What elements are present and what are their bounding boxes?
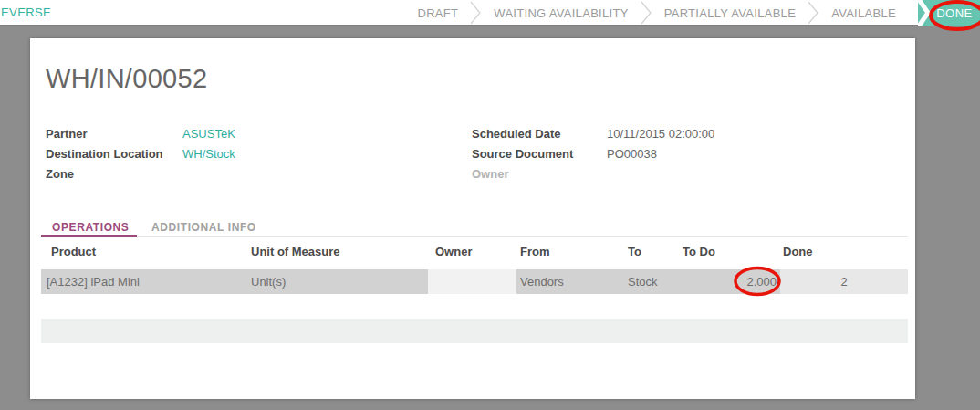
column-header-to: To bbox=[628, 245, 641, 258]
field-group-left: Partner ASUSTeK Destination Location Zon… bbox=[46, 124, 447, 184]
partner-label: Partner bbox=[46, 124, 182, 144]
field-destination-location-zone: Destination Location Zone WH/Stock bbox=[46, 144, 447, 184]
top-toolbar: EVERSE DRAFT WAITING AVAILABILITY PARTIA… bbox=[0, 0, 980, 26]
column-header-from: From bbox=[520, 245, 550, 258]
status-step-done-label: DONE bbox=[936, 6, 973, 20]
column-header-owner: Owner bbox=[435, 245, 472, 258]
tab-divider bbox=[41, 236, 908, 237]
status-step-available[interactable]: AVAILABLE bbox=[831, 6, 896, 20]
owner-cell[interactable] bbox=[428, 269, 516, 294]
chevron-right-icon bbox=[808, 1, 819, 25]
screen: EVERSE DRAFT WAITING AVAILABILITY PARTIA… bbox=[0, 0, 980, 410]
from-cell[interactable]: Vendors bbox=[520, 269, 564, 294]
destination-location-zone-value-link[interactable]: WH/Stock bbox=[182, 144, 235, 184]
status-step-draft[interactable]: DRAFT bbox=[417, 6, 458, 20]
active-tab-underline bbox=[41, 235, 137, 237]
field-scheduled-date: Scheduled Date 10/11/2015 02:00:00 bbox=[472, 124, 901, 144]
chevron-right-icon bbox=[470, 1, 482, 25]
status-step-done[interactable]: DONE bbox=[918, 0, 980, 26]
empty-row[interactable] bbox=[41, 319, 908, 343]
to-cell[interactable]: Stock bbox=[628, 269, 658, 294]
column-header-product: Product bbox=[51, 245, 96, 258]
partner-value-link[interactable]: ASUSTeK bbox=[182, 124, 235, 144]
product-cell[interactable]: [A1232] iPad Mini bbox=[47, 269, 140, 294]
column-header-done: Done bbox=[783, 245, 813, 258]
source-document-label: Source Document bbox=[472, 144, 607, 164]
unit-of-measure-cell[interactable]: Unit(s) bbox=[251, 269, 286, 294]
status-step-waiting-availability[interactable]: WAITING AVAILABILITY bbox=[494, 6, 628, 20]
tab-additional-info[interactable]: ADDITIONAL INFO bbox=[151, 221, 256, 234]
status-bar: DRAFT WAITING AVAILABILITY PARTIALLY AVA… bbox=[405, 0, 980, 26]
owner-label: Owner bbox=[472, 164, 607, 184]
reverse-button[interactable]: EVERSE bbox=[1, 0, 51, 26]
tab-operations[interactable]: OPERATIONS bbox=[52, 221, 129, 234]
table-row[interactable]: [A1232] iPad Mini Unit(s) Vendors Stock … bbox=[41, 269, 908, 294]
page-title: WH/IN/00052 bbox=[46, 64, 207, 94]
form-sheet: WH/IN/00052 Partner ASUSTeK Destination … bbox=[30, 38, 915, 399]
chevron-right-icon bbox=[641, 1, 652, 25]
status-step-partially-available[interactable]: PARTIALLY AVAILABLE bbox=[664, 6, 796, 20]
column-header-to-do: To Do bbox=[683, 245, 715, 258]
scheduled-date-label: Scheduled Date bbox=[472, 124, 607, 144]
field-group-right: Scheduled Date 10/11/2015 02:00:00 Sourc… bbox=[472, 124, 901, 184]
destination-location-zone-label: Destination Location Zone bbox=[46, 144, 182, 184]
chevron-notch-icon bbox=[918, 0, 930, 26]
field-owner: Owner bbox=[472, 164, 901, 184]
done-cell[interactable]: 2 bbox=[780, 269, 908, 294]
field-source-document: Source Document PO00038 bbox=[472, 144, 901, 164]
column-header-unit-of-measure: Unit of Measure bbox=[251, 245, 340, 258]
scheduled-date-value: 10/11/2015 02:00:00 bbox=[607, 124, 714, 144]
field-partner: Partner ASUSTeK bbox=[46, 124, 447, 144]
source-document-value: PO00038 bbox=[607, 144, 657, 164]
to-do-cell[interactable]: 2.000 bbox=[671, 269, 777, 294]
